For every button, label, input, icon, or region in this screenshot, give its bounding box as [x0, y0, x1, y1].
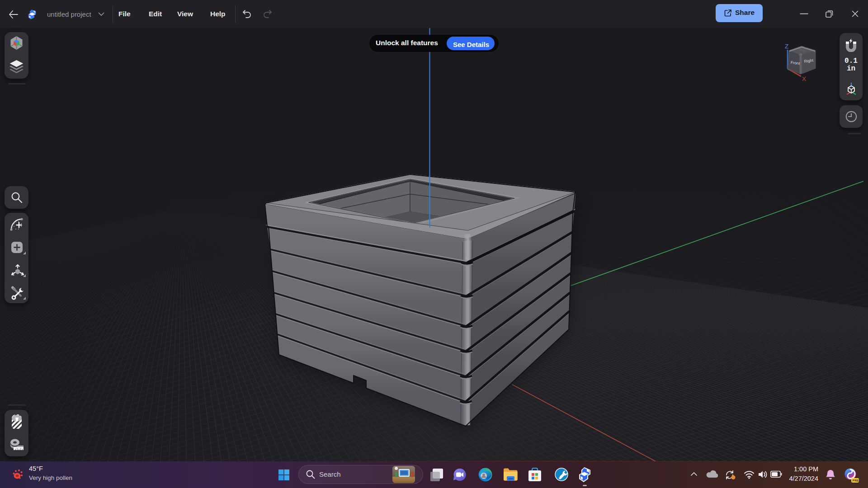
- svg-text:Z: Z: [785, 43, 788, 50]
- svg-text:Top: Top: [799, 48, 805, 52]
- svg-text:PRE: PRE: [853, 479, 859, 482]
- svg-text:X: X: [802, 75, 806, 82]
